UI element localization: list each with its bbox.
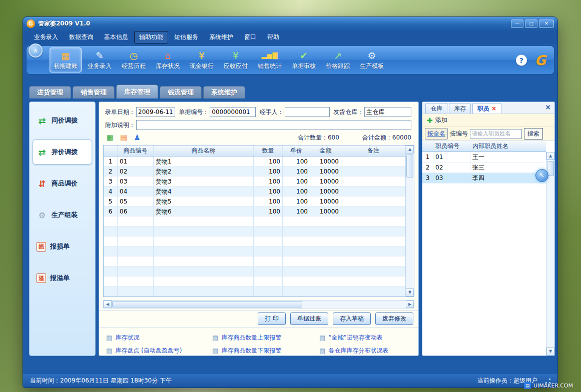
menu-item-business-entry[interactable]: 业务录入 bbox=[29, 31, 63, 44]
discard-changes-button[interactable]: 废弃修改 bbox=[375, 312, 413, 325]
menu-item-sms-service[interactable]: 短信服务 bbox=[169, 31, 203, 44]
collapse-toolbar-button[interactable]: ∧ bbox=[29, 44, 43, 58]
menu-item-window[interactable]: 窗口 bbox=[239, 31, 261, 44]
scrollbar-thumb[interactable] bbox=[406, 154, 413, 178]
link-warehouse-distribution[interactable]: ▤ 各仓库库存分布状况表 bbox=[319, 344, 415, 356]
staff-row-selected[interactable]: 3 03 李四 bbox=[422, 173, 546, 184]
doc-no-input[interactable] bbox=[210, 107, 256, 117]
table-row-empty[interactable] bbox=[104, 276, 405, 286]
handler-input[interactable] bbox=[285, 107, 330, 117]
scroll-down-icon[interactable]: ▼ bbox=[546, 348, 554, 356]
tab-staff[interactable]: 职员 × bbox=[472, 103, 501, 114]
table-row[interactable]: 3 03 货物3 100 100 10000 bbox=[104, 176, 405, 186]
tab-sales-management[interactable]: 销售管理 bbox=[73, 86, 115, 98]
tab-system-maintenance[interactable]: 系统维护 bbox=[203, 86, 245, 98]
print-button[interactable]: 打 印 bbox=[258, 312, 286, 325]
table-row-empty[interactable] bbox=[104, 216, 405, 226]
person-tool-icon[interactable]: ♟ bbox=[132, 132, 142, 142]
table-row-empty[interactable] bbox=[104, 266, 405, 276]
scroll-up-icon[interactable]: ▲ bbox=[546, 152, 554, 160]
help-icon[interactable]: ? bbox=[516, 54, 527, 66]
scroll-down-icon[interactable]: ▼ bbox=[406, 288, 414, 296]
filter-fullname-button[interactable]: 按全名 bbox=[425, 128, 448, 140]
sidebar-item-price-adjust[interactable]: ⇵ 商品调价 bbox=[33, 171, 92, 196]
scroll-left-icon[interactable]: ◀ bbox=[104, 300, 112, 308]
table-row-empty[interactable] bbox=[104, 286, 405, 296]
scroll-right-icon[interactable]: ▶ bbox=[406, 300, 414, 308]
cell-price: 100 bbox=[283, 196, 310, 206]
minimize-button[interactable]: — bbox=[511, 20, 523, 28]
cell-price: 100 bbox=[283, 206, 310, 216]
sidebar-item-overflow-report[interactable]: 溢 报溢单 bbox=[33, 266, 92, 290]
menu-item-help[interactable]: 帮助 bbox=[262, 31, 284, 44]
link-inventory-status[interactable]: ▤ 库存状况 bbox=[106, 331, 212, 344]
table-row[interactable]: 4 04 货物4 100 100 10000 bbox=[104, 186, 405, 196]
table-row-empty[interactable] bbox=[104, 236, 405, 246]
date-input[interactable] bbox=[136, 107, 175, 117]
toolbar-item-history[interactable]: ◷ 经营历程 bbox=[118, 48, 150, 72]
note-input[interactable] bbox=[136, 120, 411, 130]
warehouse-input[interactable] bbox=[364, 107, 411, 117]
table-row[interactable]: 6 06 货物6 100 100 10000 bbox=[104, 206, 405, 216]
filter-code-button[interactable]: 按编号 bbox=[450, 130, 468, 138]
tab-close-icon[interactable]: × bbox=[491, 104, 496, 114]
report-table-icon: ▤ bbox=[106, 347, 112, 354]
toolbar-item-receivable-payable[interactable]: ¥ 应收应付 bbox=[220, 48, 252, 72]
toolbar-item-sales-stats[interactable]: ▂▅▇ 销售统计 bbox=[254, 48, 286, 72]
menu-item-aux-functions[interactable]: 辅助功能 bbox=[134, 31, 168, 44]
staff-table-header: 职员编号 内部职员姓名 bbox=[422, 141, 546, 152]
vertical-scrollbar[interactable]: ▲ ▼ bbox=[405, 146, 414, 296]
toolbar-item-price-track[interactable]: ↗ 价格跟踪 bbox=[322, 48, 354, 72]
tab-inventory-management[interactable]: 库存管理 bbox=[116, 84, 158, 98]
staff-row[interactable]: 2 02 张三 bbox=[422, 162, 546, 173]
calendar-tool-icon[interactable]: ▤ bbox=[119, 132, 129, 142]
toolbar-item-initial-setup[interactable]: ▦ 初期建账 bbox=[50, 48, 82, 72]
menu-item-system-maintenance[interactable]: 系统维护 bbox=[204, 31, 238, 44]
toolbar-item-audit[interactable]: ✔ 单据审核 bbox=[288, 48, 320, 72]
search-row: 按全名 按编号 搜索 bbox=[422, 127, 554, 141]
table-row[interactable]: 1 01 货物1 100 100 10000 bbox=[104, 156, 405, 166]
toolbar-item-inventory-status[interactable]: ⌂ 库存状况 bbox=[152, 48, 184, 72]
sidebar-item-same-price-transfer[interactable]: ⇄ 同价调拨 bbox=[33, 108, 92, 133]
tab-cashflow-management[interactable]: 钱流管理 bbox=[160, 86, 202, 98]
grid-tool-icon[interactable]: ▦ bbox=[105, 132, 115, 142]
add-icon[interactable]: ✚ bbox=[427, 116, 433, 124]
add-button[interactable]: 添加 bbox=[435, 116, 447, 124]
search-button[interactable]: 搜索 bbox=[524, 128, 543, 140]
maximize-button[interactable]: ▢ bbox=[525, 20, 537, 28]
menu-item-basic-info[interactable]: 基本信息 bbox=[99, 31, 133, 44]
menu-item-data-query[interactable]: 数据查询 bbox=[64, 31, 98, 44]
link-stocktaking[interactable]: ▤ 库存盘点 (自动盘盈盘亏) bbox=[106, 344, 212, 356]
scroll-up-icon[interactable]: ▲ bbox=[406, 146, 414, 154]
tab-warehouse[interactable]: 仓库 bbox=[425, 103, 447, 114]
form-row-header: 录单日期： 单据编号： 经手人： 发货仓库： bbox=[105, 106, 411, 118]
table-row[interactable]: 2 02 货物2 100 100 10000 bbox=[104, 166, 405, 176]
staff-row[interactable]: 1 01 王一 bbox=[422, 152, 546, 162]
table-row-empty[interactable] bbox=[104, 226, 405, 236]
close-button[interactable]: ✕ bbox=[539, 20, 554, 28]
post-document-button[interactable]: 单据过账 bbox=[290, 312, 328, 325]
toolbar-item-label: 单据审核 bbox=[292, 62, 316, 70]
sidebar-item-diff-price-transfer[interactable]: ⇄ 异价调拨 bbox=[33, 140, 92, 164]
table-row-empty[interactable] bbox=[104, 256, 405, 266]
link-allround-flow-report[interactable]: ▤ “全能”进销存变动表 bbox=[319, 331, 415, 344]
save-draft-button[interactable]: 存入草稿 bbox=[333, 312, 371, 325]
sidebar-item-loss-report[interactable]: 损 报损单 bbox=[33, 234, 92, 259]
tab-inventory[interactable]: 库存 bbox=[449, 103, 471, 114]
form-row-tools: ▦ ▤ ♟ 合计数量：600 合计金额：60000 bbox=[105, 132, 411, 143]
toolbar-item-business-entry[interactable]: ✎ 业务录入 bbox=[84, 48, 116, 72]
panel-close-icon[interactable]: × bbox=[545, 104, 551, 110]
toolbar-item-cash-bank[interactable]: ¥ 现金银行 bbox=[186, 48, 218, 72]
toolbar-item-production-template[interactable]: ⚙ 生产模板 bbox=[356, 48, 388, 72]
staff-search-input[interactable] bbox=[470, 129, 522, 139]
link-upper-limit-alarm[interactable]: ▤ 库存商品数量上限报警 bbox=[212, 331, 319, 344]
toolbar-item-label: 经营历程 bbox=[122, 62, 146, 70]
scrollbar-thumb[interactable] bbox=[112, 301, 302, 308]
horizontal-scrollbar[interactable]: ◀ ▶ bbox=[103, 300, 414, 308]
link-lower-limit-alarm[interactable]: ▤ 库存商品数量下限报警 bbox=[212, 344, 319, 356]
vertical-scrollbar[interactable]: ▲ ▼ bbox=[546, 152, 554, 356]
tab-purchase-management[interactable]: 进货管理 bbox=[29, 86, 71, 98]
table-row[interactable]: 5 05 货物5 100 100 10000 bbox=[104, 196, 405, 206]
table-row-empty[interactable] bbox=[104, 246, 405, 256]
sidebar-item-assembly[interactable]: ⚙ 生产组装 bbox=[33, 202, 92, 228]
